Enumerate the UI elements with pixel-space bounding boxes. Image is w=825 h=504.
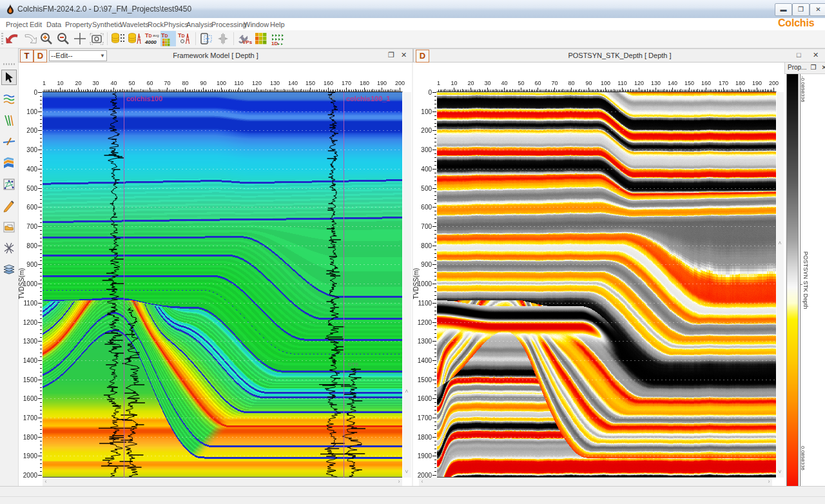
svg-text:1D: 1D (271, 41, 278, 46)
svg-text:TD: TD (178, 32, 185, 39)
svg-text:TD: TD (161, 32, 168, 39)
svg-text:VPs: VPs (242, 39, 252, 45)
svg-text:4000: 4000 (144, 39, 157, 45)
svg-text:avg: avg (153, 34, 159, 37)
svg-text:TD: TD (145, 32, 152, 39)
